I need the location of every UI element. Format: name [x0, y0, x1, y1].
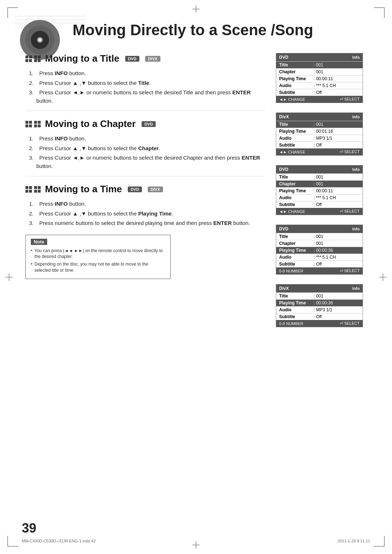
page-number: 39 — [22, 521, 36, 536]
panel-info-label: Info — [352, 286, 360, 291]
info-panel-row-title: Title : 001 — [276, 233, 363, 240]
crosshair-left — [5, 274, 13, 281]
info-panel-row-chapter: Chapter : 001 — [276, 180, 363, 187]
note-box: Note You can press |◄◄ ►►| on the remote… — [25, 235, 171, 279]
row-val: : 00:00:11 — [314, 76, 333, 81]
row-key: Chapter — [279, 69, 314, 74]
row-key: Audio — [279, 83, 314, 88]
info-panel-footer: 0-9 NUMBER ⏎ SELECT — [276, 267, 363, 274]
panel-format-label: DVD — [279, 226, 288, 231]
row-key: Title — [279, 175, 314, 180]
note-label: Note — [31, 239, 47, 245]
row-val: : 00:01:16 — [314, 129, 333, 134]
row-val: : MP3 1/1 — [314, 136, 332, 141]
info-panel-row-audio: Audio : *** 5.1 CH — [276, 82, 363, 89]
info-panel-footer: ◄► CHANGE ⏎ SELECT — [276, 148, 363, 155]
row-key: Audio — [279, 136, 314, 141]
note-text-2: Depending on the disc, you may not be ab… — [31, 261, 165, 274]
info-panel-row-subtitle: Subtitle : Off — [276, 260, 363, 267]
info-panel-row-playtime: Playing Time : 00:00:36 — [276, 247, 363, 254]
step-list-time: 1. Press INFO button. 2. Press Cursor ▲ … — [25, 200, 265, 227]
row-key: Audio — [279, 195, 314, 200]
panel-format-label: DivX — [279, 114, 289, 119]
section-icon-chapter — [25, 121, 41, 127]
info-panel-header: DVD Info — [276, 165, 363, 173]
left-content: Moving to a Title DVD DIVX 1. Press INFO… — [25, 49, 265, 333]
row-val: : *** 5.1 CH — [314, 83, 336, 88]
row-key: Audio — [279, 255, 314, 260]
step-list-title: 1. Press INFO button. 2. Press Cursor ▲ … — [25, 69, 265, 105]
panel-format-label: DivX — [279, 286, 289, 291]
row-val: : 001 — [314, 234, 323, 239]
row-key: Playing Time — [279, 248, 314, 253]
crosshair-top — [192, 5, 200, 13]
right-panels: DVD Info Title : 001 Chapter : 001 Playi… — [276, 49, 370, 333]
section-time: Moving to a Time DVD DIVX 1. Press INFO … — [25, 184, 265, 279]
row-val: : 00:00:36 — [314, 248, 333, 253]
row-key: Playing Time — [279, 76, 314, 81]
row-val: : Off — [314, 314, 322, 319]
step-item: 3. Press Cursor ◄,► or numeric buttons t… — [29, 89, 265, 105]
info-panel-row-subtitle: Subtitle : Off — [276, 141, 363, 148]
badge-dvd-chapter: DVD — [142, 121, 156, 127]
panel-format-label: DVD — [279, 167, 288, 172]
section-chapter: Moving to a Chapter DVD 1. Press INFO bu… — [25, 118, 265, 170]
step-item: 3. Press numeric buttons to select the d… — [29, 219, 265, 227]
step-item: 1. Press INFO button. — [29, 135, 265, 143]
row-key: Subtitle — [279, 90, 314, 95]
row-key: Chapter — [279, 241, 314, 246]
row-key: Playing Time — [279, 129, 314, 134]
info-panel-row-title: Title : 001 — [276, 173, 363, 180]
info-panel-footer: ◄► CHANGE ⏎ SELECT — [276, 96, 363, 103]
footer-select: ⏎ SELECT — [340, 268, 360, 273]
footer-select: ⏎ SELECT — [340, 321, 360, 326]
step-item: 2. Press Cursor ▲ ,▼ buttons to select t… — [29, 79, 265, 87]
row-val: : 00:00:11 — [314, 188, 333, 193]
info-panel-footer: 0-9 NUMBER ⏎ SELECT — [276, 320, 363, 327]
info-panel-header: DVD Info — [276, 225, 363, 233]
row-val: : 001 — [314, 122, 323, 127]
page-title: Moving Directly to a Scene /Song — [73, 22, 370, 38]
info-panel-dvd-chapter: DVD Info Title : 001 Chapter : 001 Playi… — [276, 165, 363, 215]
badge-dvd-time: DVD — [128, 186, 142, 192]
section-header-time: Moving to a Time DVD DIVX — [25, 184, 265, 195]
footer-change: ◄► CHANGE — [279, 209, 305, 214]
footer-select: ⏎ SELECT — [340, 149, 360, 154]
row-val: : *** 5.1 CH — [314, 195, 336, 200]
info-panel-dvd-time: DVD Info Title : 001 Chapter : 001 Playi… — [276, 225, 363, 275]
crosshair-right — [379, 274, 387, 281]
footer-number: 0-9 NUMBER — [279, 269, 303, 273]
badge-divx-title: DIVX — [145, 56, 160, 62]
info-panel-row-playtime: Playing Time : 00:01:16 — [276, 128, 363, 135]
info-panel-header: DivX Info — [276, 284, 363, 292]
footer-change: ◄► CHANGE — [279, 97, 305, 102]
step-item: 2. Press Cursor ▲ ,▼ buttons to select t… — [29, 210, 265, 218]
badge-divx-time: DIVX — [148, 186, 163, 192]
row-val: : Off — [314, 90, 322, 95]
step-item: 1. Press INFO button. — [29, 69, 265, 78]
page-footer: MM-C430D-C530D-i-EUR-ENG-1.indd 42 2011-… — [22, 539, 370, 543]
row-val: : 001 — [314, 241, 323, 246]
info-panel-row-chapter: Chapter : 001 — [276, 240, 363, 247]
info-panel-dvd-title: DVD Info Title : 001 Chapter : 001 Playi… — [276, 53, 363, 103]
info-panel-row-audio: Audio : *** 5.1 CH — [276, 194, 363, 201]
row-val: : Off — [314, 143, 322, 148]
footer-change: ◄► CHANGE — [279, 150, 305, 154]
row-val: : 00:00:36 — [314, 300, 333, 305]
info-panel-row-title: Title : 001 — [276, 292, 363, 299]
section-icon-time — [25, 186, 41, 193]
panel-format-label: DVD — [279, 55, 288, 60]
step-item: 3. Press Cursor ◄,► or numeric buttons t… — [29, 154, 265, 170]
info-panel-row-playtime: Playing Time : 00:00:36 — [276, 299, 363, 306]
row-val: : Off — [314, 262, 322, 267]
info-panel-row-chapter: Chapter : 001 — [276, 68, 363, 75]
section-time-label: Moving to a Time — [45, 184, 122, 195]
info-panel-row-audio: Audio : *** 5.1 CH — [276, 254, 363, 260]
footer-select: ⏎ SELECT — [340, 209, 360, 214]
row-key: Subtitle — [279, 314, 314, 319]
row-key: Title — [279, 294, 314, 299]
row-key: Playing Time — [279, 188, 314, 193]
row-key: Subtitle — [279, 202, 314, 207]
row-key: Title — [279, 62, 314, 67]
svg-point-4 — [38, 38, 41, 41]
